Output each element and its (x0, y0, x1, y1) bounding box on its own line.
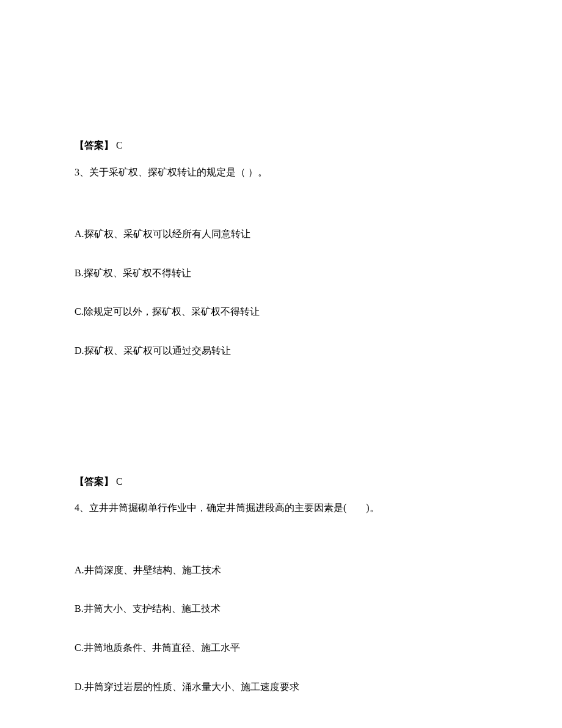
answer-block-1: 【答案】 C (75, 138, 487, 153)
question-3: 3、关于采矿权、探矿权转让的规定是（ ）。 (75, 164, 487, 180)
question-4-number: 4、 (75, 502, 89, 513)
question-3-option-b: B.探矿权、采矿权不得转让 (75, 265, 487, 281)
answer-value-1: C (114, 140, 123, 150)
question-4-option-b: B.井筒大小、支护结构、施工技术 (75, 601, 487, 617)
question-4: 4、立井井筒掘砌单行作业中，确定井筒掘进段高的主要因素是( )。 (75, 500, 487, 516)
answer-value-2: C (114, 476, 123, 487)
answer-label-2: 【答案】 (75, 476, 114, 487)
question-3-number: 3、 (75, 167, 89, 177)
question-4-text: 立井井筒掘砌单行作业中，确定井筒掘进段高的主要因素是( )。 (89, 502, 379, 513)
answer-label-1: 【答案】 (75, 140, 114, 150)
question-4-option-a: A.井筒深度、井壁结构、施工技术 (75, 562, 487, 578)
question-3-text: 关于采矿权、探矿权转让的规定是（ ）。 (89, 167, 268, 177)
question-3-option-c: C.除规定可以外，探矿权、采矿权不得转让 (75, 304, 487, 320)
question-4-option-c: C.井筒地质条件、井筒直径、施工水平 (75, 640, 487, 656)
question-3-option-d: D.探矿权、采矿权可以通过交易转让 (75, 343, 487, 359)
answer-block-2: 【答案】 C (75, 474, 487, 490)
question-3-option-a: A.探矿权、采矿权可以经所有人同意转让 (75, 226, 487, 242)
question-4-option-d: D.井筒穿过岩层的性质、涌水量大小、施工速度要求 (75, 679, 487, 695)
document-content: 【答案】 C 3、关于采矿权、探矿权转让的规定是（ ）。 A.探矿权、采矿权可以… (75, 138, 487, 718)
